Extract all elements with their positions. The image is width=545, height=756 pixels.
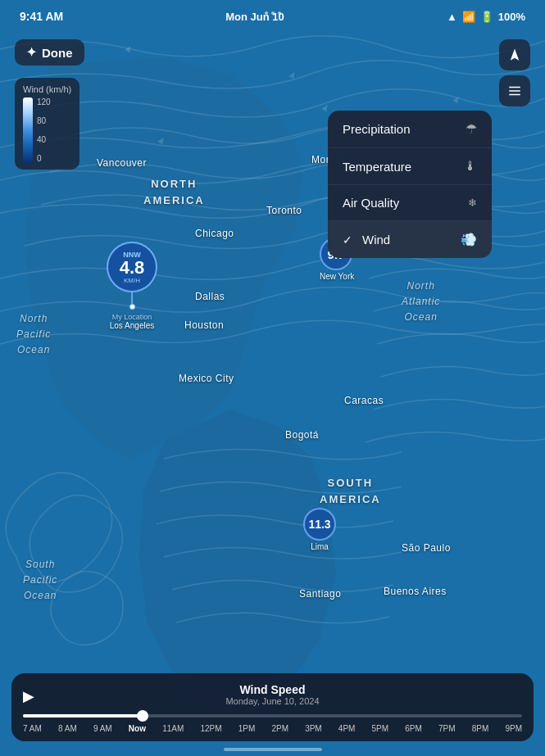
pin-dot (129, 304, 135, 310)
menu-item-air-quality[interactable]: Air Quality ❄ (328, 185, 492, 221)
lima-bubble[interactable]: 11.3 (303, 508, 336, 541)
dropdown-menu[interactable]: Precipitation ☂ Temperature 🌡 Air Qualit… (328, 111, 492, 258)
play-button[interactable]: ▶ (23, 687, 34, 705)
time-5pm: 5PM (372, 724, 389, 733)
ny-label: New York (320, 272, 354, 281)
time-1pm: 1PM (238, 724, 256, 733)
battery-icon: 🔋 (480, 11, 493, 23)
battery-level: 100% (498, 11, 525, 23)
time-11am: 11AM (162, 724, 184, 733)
air-quality-label: Air Quality (343, 196, 399, 210)
timeline-progress (23, 714, 143, 718)
menu-item-wind[interactable]: ✓ Wind 💨 (328, 221, 492, 258)
lima-label: Lima (303, 542, 336, 551)
menu-item-temperature[interactable]: Temperature 🌡 (328, 148, 492, 185)
status-time: 9:41 AM (20, 10, 63, 23)
pin-city-label: My Location Los Angeles (110, 313, 155, 330)
time-8am: 8 AM (58, 724, 77, 733)
time-7am: 7 AM (23, 724, 42, 733)
timeline-thumb[interactable] (137, 710, 148, 722)
wind-label-0: 0 (37, 154, 51, 163)
nav-button[interactable] (499, 39, 530, 70)
timeline-track[interactable] (23, 714, 522, 718)
time-6pm: 6PM (405, 724, 422, 733)
wind-label-80: 80 (37, 116, 51, 125)
pin-speed: 4.8 (120, 259, 145, 277)
my-location-label: My Location (110, 313, 155, 321)
wind-bar-gradient (23, 97, 33, 163)
layers-button[interactable] (499, 75, 530, 106)
time-9am: 9 AM (93, 724, 112, 733)
time-9pm: 9PM (505, 724, 522, 733)
wind-check: ✓ (343, 233, 352, 247)
wifi-icon: ▲ (447, 11, 457, 23)
precipitation-icon: ☂ (466, 121, 477, 137)
layers-icon (507, 84, 522, 98)
map-container[interactable]: 9:41 AM Mon Jun 10 ▲ 📶 🔋 100% ✦ Done Win… (0, 0, 545, 756)
pin-stem (131, 292, 133, 304)
time-8pm: 8PM (472, 724, 489, 733)
status-right: ▲ 📶 🔋 100% (447, 11, 525, 23)
temperature-icon: 🌡 (464, 159, 477, 174)
timeline-labels: 7 AM 8 AM 9 AM Now 11AM 12PM 1PM 2PM 3PM… (23, 724, 522, 733)
time-7pm: 7PM (438, 724, 456, 733)
time-3pm: 3PM (305, 724, 322, 733)
air-quality-icon: ❄ (468, 197, 477, 209)
time-now: Now (129, 724, 146, 733)
wind-bar: 120 80 40 0 (23, 97, 71, 163)
wind-label-120: 120 (37, 97, 51, 106)
timeline-date: Monday, June 10, 2024 (225, 696, 319, 706)
wind-bar-labels: 120 80 40 0 (37, 97, 51, 163)
done-label: Done (42, 46, 73, 60)
wind-label: Wind (362, 233, 390, 247)
temperature-label: Temperature (343, 160, 411, 174)
time-12pm: 12PM (200, 724, 221, 733)
timeline-panel: ▶ Wind Speed Monday, June 10, 2024 7 AM … (11, 673, 534, 741)
location-pin[interactable]: NNW 4.8 KM/H My Location Los Angeles (107, 242, 157, 330)
home-indicator (224, 748, 322, 751)
pin-bubble[interactable]: NNW 4.8 KM/H (107, 242, 157, 292)
menu-item-precipitation[interactable]: Precipitation ☂ (328, 111, 492, 148)
city-label: Los Angeles (110, 321, 155, 330)
time-4pm: 4PM (338, 724, 356, 733)
pin-unit: KM/H (124, 277, 140, 284)
timeline-title: Wind Speed (225, 683, 319, 696)
wind-icon: 💨 (461, 232, 477, 247)
timeline-header: ▶ Wind Speed Monday, June 10, 2024 (23, 683, 522, 709)
lima-pin[interactable]: 11.3 Lima (303, 508, 336, 551)
done-button[interactable]: ✦ Done (15, 39, 84, 66)
navigation-icon (507, 48, 522, 62)
top-handle (265, 11, 281, 15)
signal-icon: 📶 (462, 11, 475, 23)
done-icon: ✦ (26, 45, 37, 60)
wind-legend: Wind (km/h) 120 80 40 0 (15, 78, 79, 170)
wind-label-40: 40 (37, 135, 51, 144)
precipitation-label: Precipitation (343, 122, 411, 136)
wind-legend-title: Wind (km/h) (23, 84, 71, 94)
time-2pm: 2PM (271, 724, 288, 733)
